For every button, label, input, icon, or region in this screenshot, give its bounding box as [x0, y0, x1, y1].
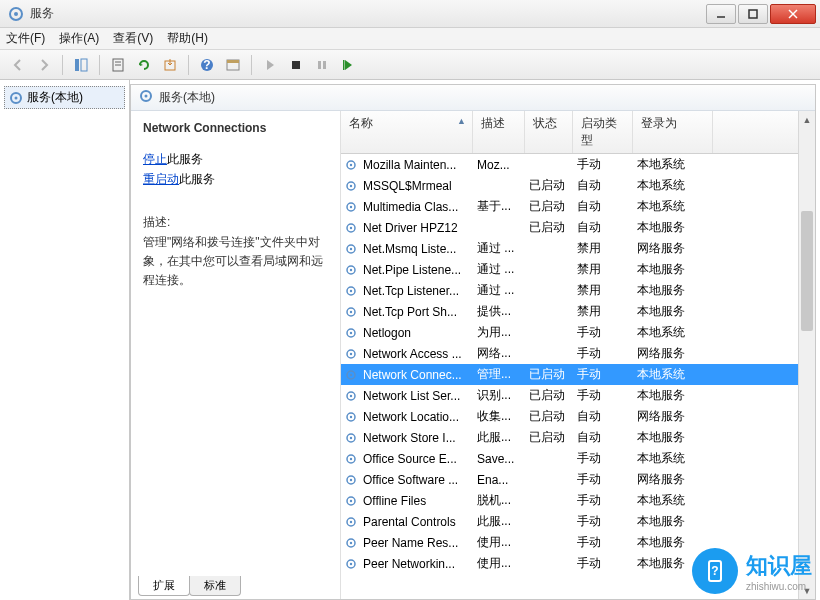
help-button[interactable]: ?	[195, 53, 219, 77]
service-icon	[345, 516, 359, 528]
cell-startup: 禁用	[573, 282, 633, 299]
vertical-scrollbar[interactable]: ▲ ▼	[798, 111, 815, 599]
cell-description: 基于...	[473, 198, 525, 215]
service-row[interactable]: Net Driver HPZ12已启动自动本地服务	[341, 217, 815, 238]
action-pane-button[interactable]	[221, 53, 245, 77]
cell-description: 使用...	[473, 534, 525, 551]
svg-point-43	[350, 352, 352, 354]
properties-button[interactable]	[106, 53, 130, 77]
tab-standard[interactable]: 标准	[189, 576, 241, 596]
restart-service-link[interactable]: 重启动	[143, 172, 179, 186]
service-row[interactable]: Multimedia Clas...基于...已启动自动本地系统	[341, 196, 815, 217]
back-button[interactable]	[6, 53, 30, 77]
service-row[interactable]: Office Software ...Ena...手动网络服务	[341, 469, 815, 490]
tree-root-services[interactable]: 服务(本地)	[4, 86, 125, 109]
scroll-thumb[interactable]	[801, 211, 813, 331]
service-row[interactable]: Net.Pipe Listene...通过 ...禁用本地服务	[341, 259, 815, 280]
service-row[interactable]: Office Source E...Save...手动本地系统	[341, 448, 815, 469]
minimize-button[interactable]	[706, 4, 736, 24]
stop-service-link[interactable]: 停止	[143, 152, 167, 166]
cell-logon: 本地系统	[633, 450, 713, 467]
close-button[interactable]	[770, 4, 816, 24]
forward-button[interactable]	[32, 53, 56, 77]
service-row[interactable]: Net.Msmq Liste...通过 ...禁用网络服务	[341, 238, 815, 259]
cell-name: Peer Networkin...	[359, 557, 473, 571]
cell-startup: 手动	[573, 492, 633, 509]
cell-description: 为用...	[473, 324, 525, 341]
service-row[interactable]: MSSQL$Mrmeal已启动自动本地系统	[341, 175, 815, 196]
cell-startup: 自动	[573, 177, 633, 194]
stop-service-button[interactable]	[284, 53, 308, 77]
service-row[interactable]: Parental Controls此服...手动本地服务	[341, 511, 815, 532]
cell-description: 管理...	[473, 366, 525, 383]
svg-point-35	[350, 268, 352, 270]
cell-description: Ena...	[473, 473, 525, 487]
tree-pane: 服务(本地)	[0, 80, 130, 600]
menu-bar: 文件(F) 操作(A) 查看(V) 帮助(H)	[0, 28, 820, 50]
svg-point-25	[350, 163, 352, 165]
service-icon	[345, 411, 359, 423]
service-icon	[345, 180, 359, 192]
column-startup-type[interactable]: 启动类型	[573, 111, 633, 153]
svg-point-37	[350, 289, 352, 291]
service-icon	[345, 306, 359, 318]
menu-action[interactable]: 操作(A)	[59, 30, 99, 47]
show-hide-tree-button[interactable]	[69, 53, 93, 77]
cell-name: Parental Controls	[359, 515, 473, 529]
svg-text:?: ?	[711, 564, 718, 578]
cell-name: Net.Msmq Liste...	[359, 242, 473, 256]
column-status[interactable]: 状态	[525, 111, 573, 153]
svg-point-33	[350, 247, 352, 249]
svg-point-23	[145, 95, 148, 98]
cell-startup: 手动	[573, 471, 633, 488]
cell-name: Network List Ser...	[359, 389, 473, 403]
service-row[interactable]: Network Store I...此服...已启动自动本地服务	[341, 427, 815, 448]
export-button[interactable]	[158, 53, 182, 77]
svg-point-53	[350, 457, 352, 459]
cell-name: Network Locatio...	[359, 410, 473, 424]
service-icon	[345, 243, 359, 255]
start-service-button[interactable]	[258, 53, 282, 77]
pause-service-button[interactable]	[310, 53, 334, 77]
svg-rect-19	[343, 60, 345, 70]
service-row[interactable]: Netlogon为用...手动本地系统	[341, 322, 815, 343]
gear-icon	[9, 91, 23, 105]
service-row[interactable]: Net.Tcp Listener...通过 ...禁用本地服务	[341, 280, 815, 301]
service-row[interactable]: Network Connec...管理...已启动手动本地系统	[341, 364, 815, 385]
service-row[interactable]: Network Access ...网络...手动网络服务	[341, 343, 815, 364]
service-row[interactable]: Net.Tcp Port Sh...提供...禁用本地服务	[341, 301, 815, 322]
svg-rect-7	[81, 59, 87, 71]
svg-point-51	[350, 436, 352, 438]
svg-rect-17	[318, 61, 321, 69]
maximize-button[interactable]	[738, 4, 768, 24]
column-name[interactable]: 名称▲	[341, 111, 473, 153]
service-row[interactable]: Network List Ser...识别...已启动手动本地服务	[341, 385, 815, 406]
menu-file[interactable]: 文件(F)	[6, 30, 45, 47]
svg-rect-6	[75, 59, 79, 71]
sort-asc-icon: ▲	[457, 116, 466, 126]
cell-startup: 禁用	[573, 303, 633, 320]
service-row[interactable]: Offline Files脱机...手动本地系统	[341, 490, 815, 511]
tab-extended[interactable]: 扩展	[138, 576, 190, 596]
restart-service-button[interactable]	[336, 53, 360, 77]
menu-view[interactable]: 查看(V)	[113, 30, 153, 47]
cell-description: 网络...	[473, 345, 525, 362]
cell-status: 已启动	[525, 219, 573, 236]
service-row[interactable]: Mozilla Mainten...Moz...手动本地系统	[341, 154, 815, 175]
column-description[interactable]: 描述	[473, 111, 525, 153]
content-pane: 服务(本地) Network Connections 停止此服务 重启动此服务 …	[130, 84, 816, 600]
refresh-button[interactable]	[132, 53, 156, 77]
service-icon	[345, 264, 359, 276]
cell-startup: 手动	[573, 345, 633, 362]
menu-help[interactable]: 帮助(H)	[167, 30, 208, 47]
cell-startup: 手动	[573, 387, 633, 404]
cell-name: MSSQL$Mrmeal	[359, 179, 473, 193]
cell-description: 使用...	[473, 555, 525, 572]
column-logon-as[interactable]: 登录为	[633, 111, 713, 153]
cell-description: Moz...	[473, 158, 525, 172]
scroll-up-icon[interactable]: ▲	[799, 111, 815, 128]
cell-name: Office Software ...	[359, 473, 473, 487]
service-row[interactable]: Network Locatio...收集...已启动自动网络服务	[341, 406, 815, 427]
cell-status: 已启动	[525, 429, 573, 446]
svg-point-63	[350, 562, 352, 564]
